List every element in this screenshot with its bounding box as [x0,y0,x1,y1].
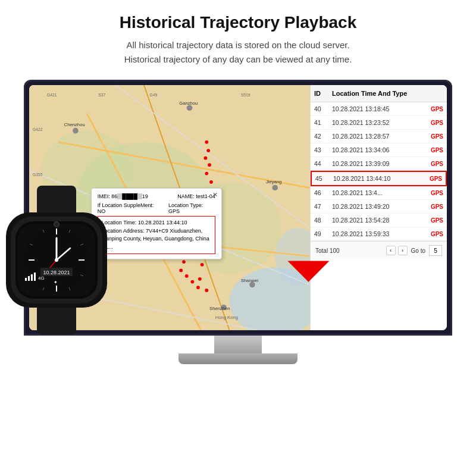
svg-text:Shenzhen: Shenzhen [209,306,230,311]
svg-text:✦: ✦ [54,280,58,285]
table-row[interactable]: 45 10.28.2021 13:44:10 GPS [311,171,447,186]
svg-rect-86 [34,273,36,281]
table-body: 40 10.28.2021 13:18:45 GPS 41 10.28.2021… [311,102,447,241]
monitor-wrapper: Chenzhou Ganzhou Jieyang Shanwei Shenzhe… [12,80,464,364]
svg-rect-84 [28,276,30,281]
svg-point-15 [272,185,278,191]
table-footer: Total 100 ‹ › Go to [311,241,447,259]
row-id: 43 [314,146,332,154]
svg-rect-83 [25,278,27,281]
row-time: 10.28.2021 13:4... [332,189,431,196]
row-time: 10.28.2021 13:34:06 [332,146,431,154]
subtitle: All historical trajectory data is stored… [12,38,464,67]
table-header: ID Location Time And Type [311,85,447,102]
svg-point-90 [55,223,58,226]
table-row[interactable]: 43 10.28.2021 13:34:06 GPS [311,143,447,157]
row-time: 10.28.2021 13:23:52 [332,119,431,126]
row-id: 42 [314,133,332,140]
footer-total: Total 100 [315,248,383,254]
footer-nav: ‹ › [386,246,408,255]
table-row[interactable]: 49 10.28.2021 13:59:33 GPS [311,227,447,241]
svg-text:Ganzhou: Ganzhou [179,101,198,106]
svg-text:G355: G355 [33,173,43,177]
row-id: 40 [314,105,332,112]
row-id: 41 [314,119,332,126]
row-gps: GPS [431,133,443,140]
svg-point-14 [187,105,193,111]
row-time: 10.28.2021 13:18:45 [332,105,431,112]
svg-text:Hong Kong: Hong Kong [215,315,238,320]
monitor-neck [214,336,262,353]
subtitle-line1: All historical trajectory data is stored… [126,40,349,50]
col-time-header: Location Time And Type [332,90,443,97]
popup-close-btn[interactable]: ✕ [212,191,218,199]
svg-point-13 [73,128,79,134]
svg-text:S519: S519 [241,93,250,97]
popup-name: NAME: test1-04 [177,193,215,199]
svg-text:Chenzhou: Chenzhou [64,122,85,127]
row-gps: GPS [430,176,442,182]
table-row[interactable]: 47 10.28.2021 13:49:20 GPS [311,200,447,214]
row-id: 45 [315,175,333,182]
subtitle-line2: Historical trajectory of any day can be … [124,54,352,64]
row-id: 47 [314,203,332,210]
col-id-header: ID [314,90,332,97]
svg-text:G422: G422 [33,127,43,131]
row-id: 48 [314,217,332,224]
svg-text:G49: G49 [149,93,157,97]
row-gps: GPS [431,161,443,167]
row-gps: GPS [431,190,443,196]
svg-point-80 [55,258,58,262]
row-time: 10.28.2021 13:39:09 [332,160,431,167]
table-row[interactable]: 48 10.28.2021 13:54:28 GPS [311,214,447,227]
main-title: Historical Trajectory Playback [12,13,464,32]
watch-container: 10.28.2021 4G ✦ [0,186,119,334]
table-row[interactable]: 40 10.28.2021 13:18:45 GPS [311,102,447,116]
svg-text:4G: 4G [38,275,45,281]
footer-goto-label: Go to [411,248,425,254]
table-row[interactable]: 46 10.28.2021 13:4... GPS [311,186,447,200]
row-gps: GPS [431,106,443,112]
table-row[interactable]: 41 10.28.2021 13:23:52 GPS [311,116,447,130]
row-time: 10.28.2021 13:44:10 [333,175,430,182]
row-time: 10.28.2021 13:49:20 [332,203,431,210]
prev-page-btn[interactable]: ‹ [386,246,396,255]
row-time: 10.28.2021 13:59:33 [332,230,431,237]
svg-text:10.28.2021: 10.28.2021 [43,270,70,275]
sidebar-table: ID Location Time And Type 40 10.28.2021 … [310,85,447,330]
svg-rect-85 [31,274,33,281]
header-section: Historical Trajectory Playback All histo… [0,0,476,75]
svg-text:S37: S37 [98,93,105,97]
row-time: 10.28.2021 13:54:28 [332,217,431,224]
row-id: 44 [314,160,332,167]
page-input[interactable] [429,245,442,256]
row-gps: GPS [431,231,443,237]
popup-location-type: Location Type: GPS [168,202,215,214]
row-gps: GPS [431,217,443,224]
row-gps: GPS [431,120,443,126]
table-row[interactable]: 42 10.28.2021 13:28:57 GPS [311,130,447,143]
table-row[interactable]: 44 10.28.2021 13:39:09 GPS [311,157,447,171]
page-container: Historical Trajectory Playback All histo… [0,0,476,476]
next-page-btn[interactable]: › [398,246,408,255]
row-time: 10.28.2021 13:28:57 [332,133,431,140]
row-gps: GPS [431,147,443,154]
svg-text:Jieyang: Jieyang [266,179,281,184]
svg-text:Shanwei: Shanwei [241,278,259,283]
svg-text:G421: G421 [47,93,57,97]
row-id: 46 [314,189,332,196]
row-gps: GPS [431,203,443,210]
row-id: 49 [314,230,332,237]
monitor-base [178,353,298,364]
